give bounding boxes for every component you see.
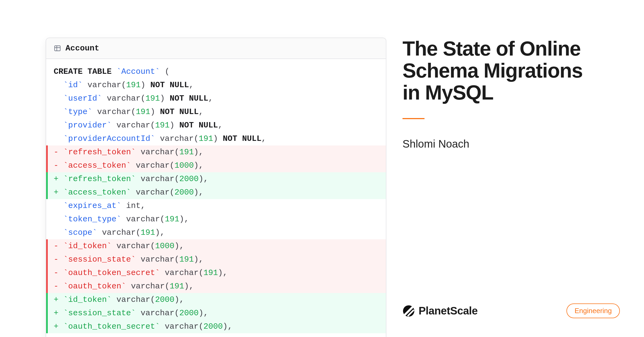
sql-number: 191 (145, 94, 160, 103)
sql-punct: ( (165, 282, 170, 291)
sql-identifier: `scope` (63, 228, 97, 237)
sql-punct: , (199, 107, 203, 116)
sql-type: varchar (141, 309, 174, 318)
sql-punct: , (141, 201, 145, 210)
code-column: Account CREATE TABLE `Account` ( `id` va… (0, 0, 386, 337)
sql-punct: , (189, 282, 194, 291)
sql-punct: ) (218, 268, 223, 277)
diff-sign: + (54, 186, 58, 199)
sql-punct: ( (150, 241, 155, 251)
sql-punct: ( (194, 134, 199, 143)
sql-punct: , (203, 309, 208, 318)
diff-line-removed: - `id_token` varchar(1000), (46, 239, 386, 253)
diff-line-context: `type` varchar(191) NOT NULL, (46, 105, 386, 119)
sql-number: 2000 (179, 174, 199, 184)
sql-number: 191 (165, 215, 179, 224)
sql-punct: ( (160, 215, 165, 224)
sql-punct: ( (174, 309, 179, 318)
diff-sign: + (54, 320, 58, 333)
sql-number: 191 (203, 268, 218, 277)
sql-punct: ( (150, 121, 155, 130)
sql-punct: ( (136, 228, 141, 237)
article-author: Shlomi Noach (402, 138, 620, 150)
sql-number: 191 (155, 121, 170, 130)
article-title-line: in MySQL (402, 81, 493, 104)
article-column: The State of Online Schema Migrations in… (386, 0, 644, 337)
sql-identifier: `userId` (63, 94, 102, 103)
sql-punct: ) (199, 309, 203, 318)
sql-punct: ( (131, 107, 136, 116)
diff-line-context: `token_type` varchar(191), (46, 213, 386, 226)
article-title: The State of Online Schema Migrations in… (402, 38, 620, 104)
sql-identifier: `access_token` (63, 161, 131, 170)
sql-number: 2000 (155, 295, 174, 304)
sql-keyword: CREATE TABLE (54, 67, 112, 76)
sql-punct: , (199, 161, 203, 170)
diff-line-removed: - `refresh_token` varchar(191), (46, 145, 386, 159)
sql-keyword: NOT NULL (160, 107, 199, 116)
sql-identifier: `provider` (63, 121, 112, 130)
sql-identifier: `token_type` (63, 215, 121, 224)
diff-line-added: + `session_state` varchar(2000), (46, 306, 386, 320)
sql-type: int (126, 201, 141, 210)
sql-type: varchar (97, 107, 131, 116)
sql-type: varchar (131, 282, 165, 291)
sql-type: varchar (141, 255, 174, 264)
table-icon (54, 45, 61, 52)
sql-punct: ( (174, 255, 179, 264)
page-layout: Account CREATE TABLE `Account` ( `id` va… (0, 0, 644, 337)
sql-identifier: `session_state` (63, 255, 136, 264)
sql-punct: , (179, 241, 184, 251)
sql-punct: ) (194, 161, 199, 170)
sql-number: 191 (170, 282, 184, 291)
diff-line-removed: - `session_state` varchar(191), (46, 253, 386, 266)
diff-line-added: + `access_token` varchar(2000), (46, 186, 386, 199)
sql-identifier: `oauth_token_secret` (63, 322, 160, 331)
sql-punct: ) (213, 134, 218, 143)
sql-punct: , (228, 322, 232, 331)
sql-punct: ) (174, 241, 179, 251)
sql-punct: ( (121, 80, 126, 90)
sql-punct: ( (199, 322, 203, 331)
planetscale-logo-icon (402, 305, 415, 317)
sql-identifier: `session_state` (63, 309, 136, 318)
article-title-line: Schema Migrations (402, 59, 583, 82)
sql-punct: ( (199, 268, 203, 277)
diff-line-added: + `oauth_token_secret` varchar(2000), (46, 320, 386, 333)
sql-punct: ) (194, 255, 199, 264)
sql-punct: ( (141, 94, 145, 103)
diff-sign: - (54, 159, 58, 172)
sql-number: 191 (136, 107, 150, 116)
sql-number: 191 (126, 80, 141, 90)
sql-type: varchar (102, 228, 136, 237)
sql-type: varchar (160, 134, 194, 143)
diff-sign: - (54, 266, 58, 280)
diff-sign: - (54, 239, 58, 253)
diff-sign: - (54, 145, 58, 159)
diff-line-context: CREATE TABLE `Account` ( (46, 65, 386, 78)
brand: PlanetScale (402, 305, 478, 317)
article-title-line: The State of Online (402, 37, 581, 60)
sql-type: varchar (107, 94, 141, 103)
sql-punct: , (184, 215, 189, 224)
sql-type: varchar (141, 148, 174, 157)
sql-keyword: NOT NULL (179, 121, 218, 130)
sql-punct: ) (150, 107, 155, 116)
sql-punct: , (189, 80, 194, 90)
sql-identifier: `oauth_token` (63, 282, 126, 291)
sql-punct: , (208, 94, 213, 103)
sql-type: varchar (165, 268, 199, 277)
sql-punct: ) (160, 94, 165, 103)
sql-punct: ( (170, 161, 174, 170)
sql-type: varchar (116, 295, 150, 304)
diff-line-context: `expires_at` int, (46, 199, 386, 213)
sql-number: 2000 (203, 322, 223, 331)
sql-number: 191 (141, 228, 155, 237)
sql-punct: ) (194, 148, 199, 157)
diff-line-removed: - `oauth_token_secret` varchar(191), (46, 266, 386, 280)
sql-punct: , (199, 188, 203, 197)
sql-type: varchar (87, 80, 121, 90)
sql-identifier: `id_token` (63, 241, 112, 251)
sql-keyword: NOT NULL (150, 80, 189, 90)
sql-keyword: NOT NULL (170, 94, 208, 103)
